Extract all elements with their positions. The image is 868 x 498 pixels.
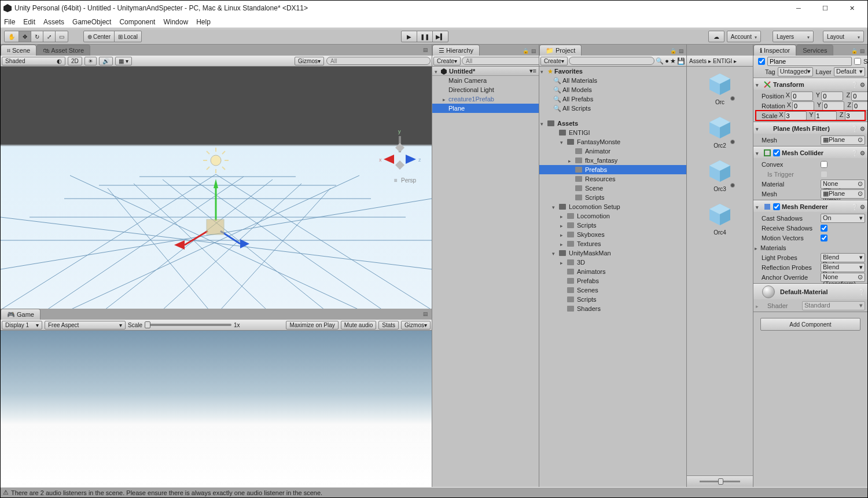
game-tab[interactable]: 🎮Game [1, 309, 41, 320]
project-tree-item[interactable]: FantasyMonste [539, 137, 686, 147]
panel-menu-icon[interactable] [860, 47, 865, 54]
rotation-x[interactable] [792, 101, 814, 111]
component-gear-icon[interactable] [860, 203, 865, 210]
services-tab[interactable]: Services [796, 45, 833, 56]
close-button[interactable]: ✕ [838, 1, 865, 16]
panel-menu-icon[interactable] [679, 47, 684, 54]
gameobject-active-checkbox[interactable] [758, 58, 765, 65]
rotation-y[interactable] [822, 101, 844, 111]
asset-item[interactable]: Orc4 [687, 200, 753, 236]
physic-material-field[interactable]: None (Physic Materi⊙ [821, 180, 865, 189]
favorites-header[interactable]: ★Favorites [539, 67, 686, 76]
position-y[interactable] [821, 91, 843, 101]
hierarchy-item[interactable]: creature1Prefab [432, 94, 539, 104]
lightprobes-dropdown[interactable]: Blend Probes▾ [821, 253, 865, 262]
convex-checkbox[interactable] [821, 161, 827, 168]
add-component-button[interactable]: Add Component [760, 318, 860, 331]
scale-y[interactable] [815, 111, 837, 120]
play-button[interactable]: ▶ [401, 31, 417, 42]
project-tree-item[interactable]: 3D [539, 258, 686, 267]
layers-dropdown[interactable]: Layers [773, 31, 814, 42]
project-tree-item[interactable]: Scene [539, 184, 686, 193]
asset-breadcrumb[interactable]: Assets▸ENTIGI▸ [687, 56, 753, 67]
fav-item[interactable]: 🔍All Prefabs [539, 94, 686, 104]
rect-tool[interactable]: ▭ [55, 31, 68, 42]
project-search[interactable] [569, 57, 654, 65]
project-tree-item[interactable]: Scripts [539, 221, 686, 230]
project-tree-item[interactable]: ENTIGI [539, 128, 686, 137]
static-checkbox[interactable] [854, 58, 861, 65]
menu-help[interactable]: Help [196, 18, 211, 26]
project-tree-item[interactable]: Skyboxes [539, 230, 686, 239]
move-tool[interactable]: ✥ [19, 31, 31, 42]
project-tree-item[interactable]: fbx_fantasy [539, 156, 686, 165]
collider-mesh-field[interactable]: ▦ Plane⊙ [821, 189, 865, 199]
game-view[interactable] [1, 331, 432, 487]
pivot-center-button[interactable]: ⊕Center [83, 31, 115, 42]
game-gizmos-dropdown[interactable]: Gizmos ▾ [401, 321, 431, 329]
tag-dropdown[interactable]: Untagged▾ [778, 67, 814, 76]
project-tab[interactable]: 📁Project [539, 45, 582, 56]
project-tree-item[interactable]: Scripts [539, 295, 686, 304]
meshcollider-enabled[interactable] [773, 149, 780, 156]
project-tree-item[interactable]: Animator [539, 147, 686, 156]
hierarchy-create[interactable]: Create ▾ [433, 57, 461, 65]
menu-gameobject[interactable]: GameObject [72, 18, 111, 26]
hierarchy-search[interactable] [462, 57, 543, 65]
component-gear-icon[interactable] [860, 125, 865, 132]
scale-tool[interactable]: ⤢ [43, 31, 56, 42]
asset-item[interactable]: Orc2 [687, 113, 753, 149]
asset-item[interactable]: Orc [687, 70, 753, 105]
motionvectors-checkbox[interactable] [821, 235, 827, 241]
stats-toggle[interactable]: Stats [378, 321, 399, 329]
anchor-field[interactable]: None (Transform)⊙ [821, 273, 865, 282]
position-z[interactable] [851, 91, 867, 101]
docs-icon[interactable] [858, 288, 865, 295]
hierarchy-item[interactable]: Main Camera [432, 76, 539, 85]
fav-item[interactable]: 🔍All Models [539, 85, 686, 94]
scene-tab[interactable]: ⌗Scene [1, 45, 36, 56]
2d-toggle[interactable]: 2D [68, 57, 82, 65]
docs-icon[interactable] [851, 81, 858, 88]
gizmos-dropdown[interactable]: Gizmos ▾ [295, 57, 324, 65]
filter-label-icon[interactable]: ★ [670, 57, 676, 65]
scale-x[interactable] [785, 111, 807, 120]
save-search-icon[interactable]: 💾 [677, 57, 685, 65]
cloud-button[interactable]: ☁ [708, 31, 724, 42]
project-tree-item[interactable]: Shaders [539, 304, 686, 313]
menu-file[interactable]: File [4, 18, 15, 26]
pivot-local-button[interactable]: ⊞Local [114, 31, 142, 42]
asset-store-tab[interactable]: 🛍Asset Store [36, 45, 90, 56]
menu-component[interactable]: Component [119, 18, 155, 26]
pause-button[interactable]: ❚❚ [417, 31, 433, 42]
maximize-button[interactable]: ☐ [812, 1, 838, 16]
docs-icon[interactable] [851, 125, 858, 132]
lock-icon[interactable] [851, 47, 858, 54]
docs-icon[interactable] [851, 149, 858, 156]
meshrenderer-enabled[interactable] [773, 203, 780, 210]
lock-icon[interactable] [670, 47, 676, 54]
layer-dropdown[interactable]: Default▾ [834, 67, 865, 76]
project-tree-item[interactable]: UnityMaskMan [539, 248, 686, 258]
scene-search[interactable] [326, 57, 431, 65]
panel-menu-icon[interactable] [420, 45, 432, 56]
position-x[interactable] [791, 91, 813, 101]
hierarchy-scene[interactable]: Untitled*▾≡ [432, 67, 539, 76]
project-tree-item[interactable]: Scripts [539, 193, 686, 202]
step-button[interactable]: ▶▍ [432, 31, 448, 42]
panel-menu-icon[interactable] [420, 309, 432, 320]
fx-toggle[interactable]: ▦ ▾ [115, 57, 132, 65]
shader-dropdown[interactable]: Standard▾ [802, 301, 865, 310]
rotation-z[interactable] [852, 101, 867, 111]
filter-type-icon[interactable]: ● [665, 57, 669, 64]
search-filter-icon[interactable]: 🔍 [656, 57, 664, 65]
asset-item[interactable]: Orc3 [687, 157, 753, 192]
lock-icon[interactable] [523, 47, 529, 54]
panel-menu-icon[interactable] [531, 47, 536, 54]
project-tree-item[interactable]: Prefabs [539, 276, 686, 285]
menu-assets[interactable]: Assets [43, 18, 64, 26]
maximize-toggle[interactable]: Maximize on Play [286, 321, 338, 329]
aspect-dropdown[interactable]: Free Aspect▾ [45, 321, 126, 329]
hierarchy-item-selected[interactable]: Plane [432, 104, 539, 113]
asset-size-slider[interactable] [700, 481, 740, 482]
